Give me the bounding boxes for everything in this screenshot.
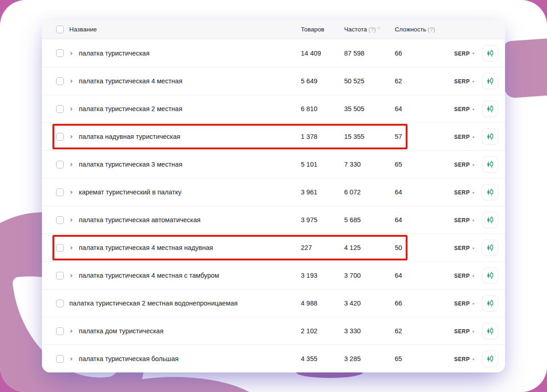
table-row: палатка туристическая 2 местная водонепр… — [42, 289, 505, 317]
serp-label: SERP — [454, 106, 470, 112]
candlestick-chart-icon — [485, 132, 495, 141]
row-checkbox[interactable] — [56, 49, 64, 57]
row-checkbox[interactable] — [56, 244, 64, 252]
row-checkbox[interactable] — [56, 161, 64, 168]
candlestick-chart-icon — [485, 243, 495, 252]
keyword-name: палатка туристическая 4 местная — [79, 77, 182, 85]
products-count: 4 355 — [290, 355, 333, 362]
row-checkbox[interactable] — [56, 77, 64, 85]
candlestick-chart-button[interactable] — [482, 239, 498, 256]
candlestick-chart-icon — [485, 76, 495, 86]
serp-label: SERP — [454, 300, 470, 307]
row-checkbox[interactable] — [56, 272, 64, 280]
candlestick-chart-icon — [485, 271, 495, 280]
frequency-value: 3 700 — [333, 272, 384, 279]
serp-label: SERP — [454, 162, 470, 168]
serp-dropdown-button[interactable]: SERP ▾ — [454, 106, 475, 112]
candlestick-chart-button[interactable] — [482, 351, 498, 367]
keyword-name: палатка туристическая 2 местная — [79, 105, 182, 112]
candlestick-chart-button[interactable] — [482, 295, 498, 311]
expand-chevron-icon[interactable]: › — [69, 272, 73, 279]
expand-chevron-icon[interactable]: › — [69, 161, 73, 168]
serp-dropdown-button[interactable]: SERP ▾ — [454, 51, 475, 57]
difficulty-help-icon[interactable]: (?) — [428, 26, 435, 33]
candlestick-chart-button[interactable] — [482, 156, 498, 173]
expand-chevron-icon[interactable]: › — [69, 244, 73, 251]
expand-chevron-icon[interactable]: › — [69, 216, 73, 224]
expand-chevron-icon[interactable]: › — [69, 188, 73, 196]
keyword-name: палатка туристическая — [79, 50, 150, 57]
column-header-name: Название — [69, 26, 97, 33]
table-row: › палатка туристическая автоматическая 3… — [42, 206, 505, 234]
candlestick-chart-button[interactable] — [482, 128, 498, 145]
row-checkbox[interactable] — [56, 355, 64, 363]
serp-dropdown-button[interactable]: SERP ▾ — [454, 328, 475, 335]
keyword-name: палатка туристическая автоматическая — [79, 216, 201, 224]
expand-chevron-icon[interactable]: › — [69, 50, 73, 57]
row-checkbox[interactable] — [56, 105, 64, 113]
sort-up-arrow-icon: ↑ — [379, 25, 381, 30]
candlestick-chart-icon — [485, 104, 495, 113]
difficulty-value: 65 — [384, 355, 443, 362]
row-checkbox[interactable] — [56, 133, 64, 141]
candlestick-chart-button[interactable] — [482, 323, 498, 339]
serp-dropdown-button[interactable]: SERP ▾ — [454, 356, 475, 362]
serp-dropdown-button[interactable]: SERP ▾ — [454, 78, 475, 85]
column-header-difficulty[interactable]: Сложность(?) — [384, 26, 443, 33]
table-header: Название Товаров Частота(?)↓↑ Сложность(… — [42, 20, 505, 39]
candlestick-chart-button[interactable] — [482, 267, 498, 284]
difficulty-value: 50 — [384, 244, 443, 251]
expand-chevron-icon[interactable]: › — [69, 327, 73, 335]
table-row: › палатка туристическая 2 местная 6 810 … — [42, 95, 505, 122]
candlestick-chart-icon — [485, 49, 495, 58]
keyword-name: палатка дом туристическая — [79, 327, 164, 335]
expand-chevron-icon[interactable]: › — [69, 355, 73, 362]
keyword-name: палатка туристическая 3 местная — [79, 161, 182, 168]
column-header-frequency[interactable]: Частота(?)↓↑ — [333, 26, 384, 33]
row-checkbox[interactable] — [56, 300, 64, 307]
table-row: › палатка туристическая 4 местная с тамб… — [42, 261, 505, 289]
frequency-value: 35 505 — [333, 105, 384, 112]
products-count: 3 193 — [290, 272, 333, 279]
serp-dropdown-button[interactable]: SERP ▾ — [454, 134, 475, 140]
expand-chevron-icon[interactable]: › — [69, 77, 73, 85]
serp-dropdown-button[interactable]: SERP ▾ — [454, 189, 475, 196]
expand-chevron-icon[interactable]: › — [69, 105, 73, 112]
row-checkbox[interactable] — [56, 216, 64, 224]
sort-icon[interactable]: ↓↑ — [377, 25, 381, 30]
difficulty-value: 64 — [384, 188, 443, 196]
serp-dropdown-button[interactable]: SERP ▾ — [454, 217, 475, 224]
expand-chevron-icon[interactable]: › — [69, 133, 73, 140]
candlestick-chart-button[interactable] — [482, 45, 498, 61]
frequency-value: 87 598 — [333, 50, 384, 57]
keyword-name: палатка туристическая 2 местная водонепр… — [69, 300, 237, 307]
table-row: › палатка туристическая 4 местная 5 649 … — [42, 67, 505, 95]
candlestick-chart-button[interactable] — [482, 184, 498, 200]
table-row: › палатка надувная туристическая 1 378 1… — [42, 122, 505, 150]
frequency-help-icon[interactable]: (?) — [368, 26, 376, 33]
keyword-name: палатка туристическая 4 местная надувная — [79, 244, 213, 251]
frequency-value: 6 072 — [333, 188, 384, 196]
products-count: 6 810 — [290, 105, 333, 112]
keyword-name: палатка туристическая 4 местная с тамбур… — [79, 272, 219, 279]
candlestick-chart-button[interactable] — [482, 73, 498, 89]
candlestick-chart-button[interactable] — [482, 212, 498, 228]
row-checkbox[interactable] — [56, 327, 64, 335]
serp-dropdown-button[interactable]: SERP ▾ — [454, 245, 475, 251]
select-all-checkbox[interactable] — [56, 25, 64, 33]
table-row: › палатка дом туристическая 2 102 3 330 … — [42, 317, 505, 345]
serp-label: SERP — [454, 51, 470, 57]
column-header-products[interactable]: Товаров — [290, 26, 333, 33]
serp-label: SERP — [454, 189, 470, 196]
frequency-value: 5 685 — [333, 216, 384, 224]
serp-dropdown-button[interactable]: SERP ▾ — [454, 162, 475, 168]
row-checkbox[interactable] — [56, 188, 64, 196]
serp-dropdown-button[interactable]: SERP ▾ — [454, 300, 475, 307]
products-count: 227 — [290, 244, 333, 251]
frequency-value: 7 330 — [333, 161, 384, 168]
keyword-name: каремат туристический в палатку — [79, 188, 181, 196]
serp-dropdown-button[interactable]: SERP ▾ — [454, 273, 475, 279]
keyword-name: палатка надувная туристическая — [79, 133, 180, 140]
candlestick-chart-button[interactable] — [482, 101, 498, 117]
products-count: 5 101 — [290, 161, 333, 168]
